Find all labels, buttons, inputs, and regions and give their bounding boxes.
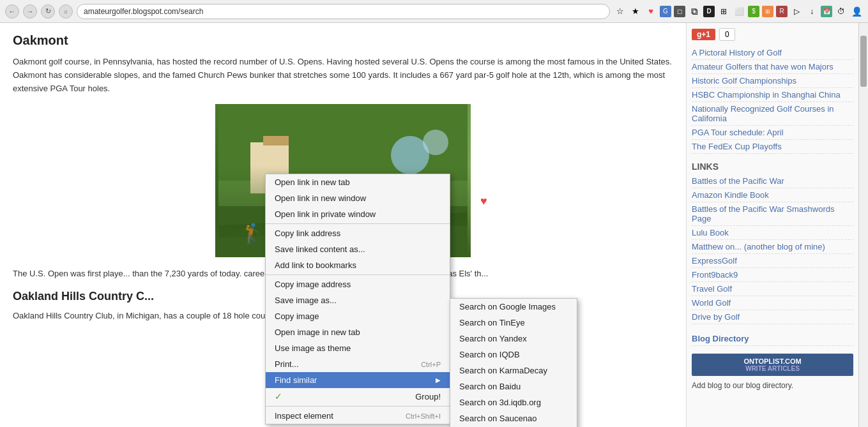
home-button[interactable]: ⌂ bbox=[59, 4, 73, 19]
blog-directory-link[interactable]: Blog Directory bbox=[692, 332, 853, 346]
heart-overlay-icon: ♥ bbox=[480, 195, 487, 208]
gplus-button[interactable]: g+1 bbox=[692, 29, 715, 40]
extension-icon8[interactable]: ⊞ bbox=[762, 6, 773, 17]
separator3 bbox=[266, 406, 450, 407]
extension-icon3[interactable]: ⧉ bbox=[688, 5, 701, 18]
gplus-widget: g+1 0 bbox=[692, 28, 853, 41]
sidebar-link-amazon[interactable]: Amazon Kindle Book bbox=[692, 188, 853, 202]
extension-icon7[interactable]: $ bbox=[748, 6, 759, 17]
sidebar-link-travel-golf[interactable]: Travel Golf bbox=[692, 282, 853, 296]
sidebar-link-nationally[interactable]: Nationally Recognized Golf Courses in Ca… bbox=[692, 102, 853, 126]
section1-text: Oakmont golf course, in Pennsylvania, ha… bbox=[13, 56, 673, 95]
sub-context-menu: Search on Google Images Search on TinEye… bbox=[450, 298, 577, 427]
sidebar-link-pga[interactable]: PGA Tour schedule: April bbox=[692, 126, 853, 140]
sub-search-tineye[interactable]: Search on TinEye bbox=[450, 315, 577, 331]
context-use-as-theme[interactable]: Use image as theme bbox=[266, 340, 450, 356]
reload-button[interactable]: ↻ bbox=[41, 4, 55, 19]
extension-icon2[interactable]: ◻ bbox=[674, 6, 685, 17]
page-container: Oakmont Oakmont golf course, in Pennsylv… bbox=[0, 23, 868, 427]
extension-icon10[interactable]: ▷ bbox=[790, 5, 803, 18]
extension-icon6[interactable]: ⬜ bbox=[733, 5, 745, 18]
bookmark-star-icon[interactable]: ★ bbox=[629, 5, 642, 18]
clock-icon[interactable]: ⏱ bbox=[835, 5, 848, 18]
back-button[interactable]: ← bbox=[5, 4, 19, 19]
context-print[interactable]: Print... Ctrl+P bbox=[266, 356, 450, 372]
sidebar-link-battles-smashwords[interactable]: Battles of the Pacific War Smashwords Pa… bbox=[692, 202, 853, 226]
context-find-similar[interactable]: Find similar ▶ bbox=[266, 372, 450, 388]
sidebar: g+1 0 A Pictoral History of Golf Amateur… bbox=[686, 23, 858, 427]
add-blog-text: Add blog to our blog directory. bbox=[692, 381, 853, 390]
sidebar-link-expressgolf[interactable]: ExpressGolf bbox=[692, 254, 853, 268]
sidebar-link-pictoral[interactable]: A Pictoral History of Golf bbox=[692, 46, 853, 60]
scrollbar[interactable] bbox=[858, 23, 868, 427]
sidebar-link-battles-pacific[interactable]: Battles of the Pacific War bbox=[692, 174, 853, 188]
sub-search-3diqdb[interactable]: Search on 3d.iqdb.org bbox=[450, 394, 577, 410]
context-copy-image-address[interactable]: Copy image address bbox=[266, 276, 450, 292]
context-open-new-tab[interactable]: Open link in new tab bbox=[266, 174, 450, 190]
separator2 bbox=[266, 274, 450, 275]
extension-icon9[interactable]: R bbox=[776, 6, 788, 17]
section1-title: Oakmont bbox=[13, 33, 673, 48]
context-add-bookmark[interactable]: Add link to bookmarks bbox=[266, 257, 450, 273]
user-icon[interactable]: 👤 bbox=[850, 5, 863, 18]
extension-icon12[interactable]: 📅 bbox=[821, 6, 832, 17]
sub-search-google-images[interactable]: Search on Google Images bbox=[450, 299, 577, 315]
sidebar-link-drive-by-golf[interactable]: Drive by Golf bbox=[692, 310, 853, 324]
address-bar[interactable] bbox=[77, 4, 610, 19]
sub-search-baidu[interactable]: Search on Baidu bbox=[450, 378, 577, 394]
forward-button[interactable]: → bbox=[23, 4, 37, 19]
ontoplist-widget[interactable]: ONTOPLIST.COM WRITE ARTICLES bbox=[692, 354, 853, 376]
context-open-private-window[interactable]: Open link in private window bbox=[266, 206, 450, 222]
context-menu: Open link in new tab Open link in new wi… bbox=[265, 174, 450, 424]
sub-search-yandex[interactable]: Search on Yandex bbox=[450, 331, 577, 347]
sidebar-link-matthew[interactable]: Matthew on... (another blog of mine) bbox=[692, 240, 853, 254]
context-open-new-window[interactable]: Open link in new window bbox=[266, 190, 450, 206]
links-heading: LINKS bbox=[692, 161, 853, 172]
context-open-image-tab[interactable]: Open image in new tab bbox=[266, 324, 450, 340]
main-content: Oakmont Oakmont golf course, in Pennsylv… bbox=[0, 23, 686, 427]
sidebar-link-lulu[interactable]: Lulu Book bbox=[692, 226, 853, 240]
svg-point-7 bbox=[423, 130, 448, 155]
extension-icon4[interactable]: D bbox=[703, 6, 715, 17]
heart-icon[interactable]: ♥ bbox=[644, 5, 657, 18]
write-articles-label: WRITE ARTICLES bbox=[696, 365, 849, 372]
separator1 bbox=[266, 223, 450, 224]
context-group[interactable]: ✓ Group! bbox=[266, 388, 450, 405]
sidebar-link-front9back9[interactable]: Front9back9 bbox=[692, 268, 853, 282]
sidebar-link-fedex[interactable]: The FedEx Cup Playoffs bbox=[692, 140, 853, 154]
sidebar-link-world-golf[interactable]: World Golf bbox=[692, 296, 853, 310]
browser-toolbar: ☆ ★ ♥ G ◻ ⧉ D ⊞ ⬜ $ ⊞ R ▷ ↓ 📅 ⏱ 👤 bbox=[614, 5, 863, 18]
ontoplist-label: ONTOPLIST.COM bbox=[743, 357, 801, 365]
sub-search-karmadecay[interactable]: Search on KarmaDecay bbox=[450, 363, 577, 378]
sidebar-blog-directory: Blog Directory bbox=[692, 332, 853, 346]
context-save-linked[interactable]: Save linked content as... bbox=[266, 241, 450, 257]
sidebar-link-amateur[interactable]: Amateur Golfers that have won Majors bbox=[692, 60, 853, 74]
sub-search-saucenao[interactable]: Search on Saucenao bbox=[450, 410, 577, 426]
context-copy-link[interactable]: Copy link address bbox=[266, 225, 450, 241]
group-icon: ✓ bbox=[275, 391, 282, 401]
sub-search-iqdb[interactable]: Search on IQDB bbox=[450, 347, 577, 363]
sidebar-blog-links: A Pictoral History of Golf Amateur Golfe… bbox=[692, 46, 853, 154]
sidebar-link-historic[interactable]: Historic Golf Championships bbox=[692, 74, 853, 88]
sidebar-link-hsbc[interactable]: HSBC Championship in Shanghai China bbox=[692, 88, 853, 102]
bookmark-icon[interactable]: ☆ bbox=[614, 5, 627, 18]
extension-icon5[interactable]: ⊞ bbox=[717, 5, 730, 18]
gplus-count: 0 bbox=[719, 28, 735, 41]
context-inspect[interactable]: Inspect element Ctrl+Shift+I bbox=[266, 408, 450, 424]
context-save-image[interactable]: Save image as... bbox=[266, 292, 450, 308]
extension-icon11[interactable]: ↓ bbox=[805, 5, 818, 18]
extension-icon1[interactable]: G bbox=[660, 6, 671, 17]
sidebar-links-section: LINKS Battles of the Pacific War Amazon … bbox=[692, 161, 853, 324]
browser-chrome: ← → ↻ ⌂ ☆ ★ ♥ G ◻ ⧉ D ⊞ ⬜ $ ⊞ R ▷ ↓ 📅 ⏱ … bbox=[0, 0, 868, 23]
scrollbar-thumb[interactable] bbox=[860, 36, 867, 87]
image-area: ♥ Open link in new tab Open link in new … bbox=[215, 104, 471, 257]
svg-rect-4 bbox=[263, 136, 289, 146]
context-copy-image[interactable]: Copy image bbox=[266, 308, 450, 324]
